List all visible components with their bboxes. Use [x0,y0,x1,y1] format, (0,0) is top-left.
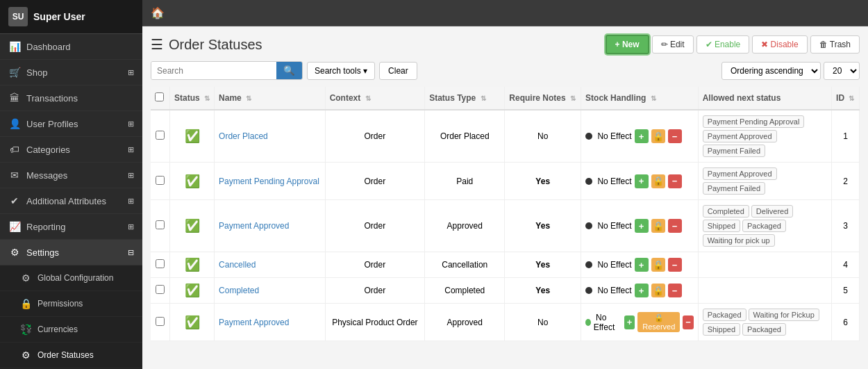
sidebar-item-messages[interactable]: ✉ Messages ⊞ [0,163,142,188]
stock-add-button[interactable]: + [635,219,649,233]
sidebar-item-permissions[interactable]: 🔒 Permissions [0,291,142,317]
sidebar-item-categories[interactable]: 🏷 Categories ⊞ [0,137,142,163]
require-notes-value: Yes [535,221,550,231]
status-cell: ✅ [170,163,215,200]
clear-button[interactable]: Clear [379,62,417,80]
table-row: ✅CancelledOrderCancellationYes No Effect… [151,252,860,278]
ordering-wrap: Ordering ascending 20 [721,62,860,80]
search-input[interactable] [151,62,276,79]
page-header: ☰ Order Statuses + New ✏ Edit ✔ Enable ✖… [151,35,860,54]
stock-lock-button[interactable]: 🔒 [651,258,665,272]
name-cell: Payment Approved [215,304,326,341]
attributes-icon: ✔ [8,195,21,206]
status-type-cell: Completed [425,278,505,304]
allowed-next-cell: CompletedDeliveredShippedPackagedWaiting… [698,200,831,252]
stock-add-button[interactable]: + [635,284,649,297]
name-link[interactable]: Completed [219,286,259,295]
require-notes-value: No [537,131,548,141]
sidebar-item-user-profiles[interactable]: 👤 User Profiles ⊞ [0,111,142,137]
search-row: 🔍 Search tools ▾ Clear Ordering ascendin… [151,61,860,80]
row-checkbox[interactable] [156,220,165,229]
home-icon[interactable]: 🏠 [151,6,165,19]
row-checkbox[interactable] [156,176,165,185]
sidebar-item-label: Messages [26,170,67,181]
sidebar-sub-label: Global Configuration [37,273,113,283]
enable-button[interactable]: ✔ Enable [696,35,750,54]
ordering-select[interactable]: Ordering ascending [721,62,821,80]
name-link[interactable]: Cancelled [219,260,256,270]
sidebar-item-settings[interactable]: ⚙ Settings ⊟ [0,240,142,265]
select-all-checkbox[interactable] [155,92,164,101]
per-page-select[interactable]: 20 [824,62,860,80]
require-notes-value: Yes [535,260,550,270]
sidebar-sub-label: Permissions [37,299,83,309]
stock-remove-button[interactable]: − [668,258,682,272]
avatar: SU [8,7,28,26]
stock-label: No Effect [595,131,631,141]
sidebar-item-global-config[interactable]: ⚙ Global Configuration [0,265,142,291]
config-icon: ⚙ [19,272,32,284]
stock-cell-inner: No Effect +🔒− [585,174,694,188]
stock-remove-button[interactable]: − [668,219,682,233]
topbar: 🏠 [142,0,868,26]
name-header: Name ⇅ [215,87,326,110]
tag-wrap: Payment ApprovedPayment Failed [703,167,827,195]
edit-button[interactable]: ✏ Edit [652,35,694,54]
id-cell: 1 [832,110,860,163]
trash-button[interactable]: 🗑 Trash [810,35,860,54]
stock-dot [585,287,592,294]
search-submit-button[interactable]: 🔍 [276,62,302,79]
row-checkbox[interactable] [156,259,165,268]
tag-wrap: Payment Pending ApprovalPayment Approved… [703,115,827,157]
stock-lock-button[interactable]: 🔒 [651,284,665,297]
name-cell: Cancelled [215,252,326,278]
status-type-cell: Approved [425,200,505,252]
stock-remove-button[interactable]: − [683,315,693,329]
status-tag: Shipped [703,220,740,232]
name-link[interactable]: Payment Pending Approval [219,177,319,186]
messages-icon: ✉ [8,170,21,181]
row-checkbox[interactable] [156,131,165,140]
stock-add-button[interactable]: + [635,258,649,272]
require-notes-value: Yes [535,177,550,186]
search-tools-button[interactable]: Search tools ▾ [307,62,375,80]
stock-dot [585,178,592,185]
stock-handling-cell: No Effect +🔒− [581,200,699,252]
stock-cell-inner: No Effect +🔒− [585,258,694,272]
status-cell: ✅ [170,252,215,278]
stock-add-button[interactable]: + [635,174,649,188]
sidebar-item-currencies[interactable]: 💱 Currencies [0,317,142,343]
id-cell: 4 [832,252,860,278]
stock-lock-button[interactable]: 🔒 [651,129,665,143]
stock-lock-button[interactable]: 🔒 [651,219,665,233]
sidebar-item-additional-attributes[interactable]: ✔ Additional Attributes ⊞ [0,188,142,214]
stock-add-button[interactable]: + [624,315,635,329]
name-link[interactable]: Payment Approved [219,318,289,327]
stock-add-button[interactable]: + [635,129,649,143]
content-area: ☰ Order Statuses + New ✏ Edit ✔ Enable ✖… [142,26,868,369]
sidebar-item-shop[interactable]: 🛒 Shop ⊞ [0,60,142,85]
sidebar-item-label: Reporting [26,222,65,232]
sidebar-item-label: User Profiles [26,119,78,129]
row-checkbox[interactable] [156,317,165,326]
stock-remove-button[interactable]: − [668,174,682,188]
sidebar-item-order-statuses[interactable]: ⚙ Order Statuses [0,343,142,368]
status-tag: Shipped [703,323,740,336]
name-link[interactable]: Order Placed [219,131,268,141]
sidebar-item-dashboard[interactable]: 📊 Dashboard [0,34,142,60]
stock-remove-button[interactable]: − [668,129,682,143]
name-link[interactable]: Payment Approved [219,221,289,231]
allowed-next-header: Allowed next status [698,87,831,110]
new-button[interactable]: + New [606,35,649,54]
stock-handling-cell: No Effect +🔒− [581,278,699,304]
chevron-icon: ⊞ [128,120,134,129]
disable-button[interactable]: ✖ Disable [752,35,807,54]
reserved-button[interactable]: 🔒 Reserved [637,312,680,332]
stock-remove-button[interactable]: − [668,284,682,297]
shop-icon: 🛒 [8,67,21,78]
stock-cell-inner: No Effect +🔒 Reserved− [585,312,694,332]
row-checkbox[interactable] [156,285,165,294]
stock-lock-button[interactable]: 🔒 [651,174,665,188]
sidebar-item-transactions[interactable]: 🏛 Transactions [0,85,142,111]
sidebar-item-reporting[interactable]: 📈 Reporting ⊞ [0,214,142,240]
